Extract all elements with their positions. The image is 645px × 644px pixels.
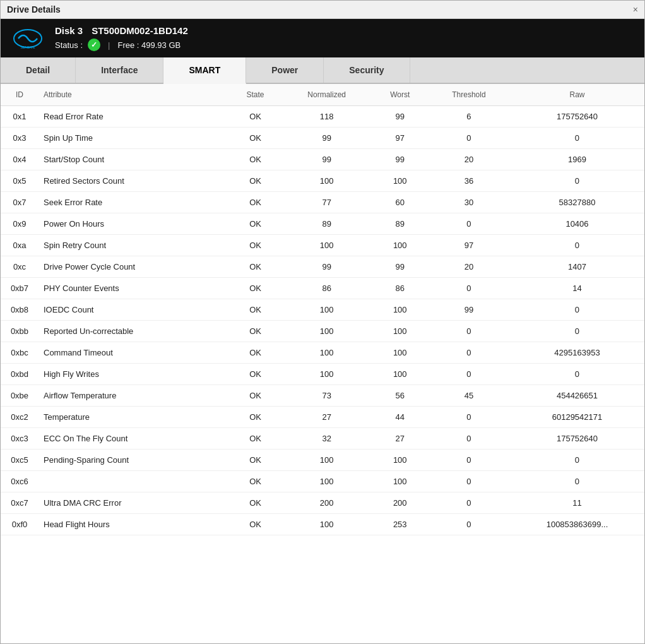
cell-raw: 4295163953 (510, 342, 644, 364)
cell-normalized: 86 (281, 278, 372, 299)
col-state: State (229, 84, 281, 106)
cell-raw: 0 (510, 170, 644, 192)
cell-worst: 89 (372, 213, 428, 235)
cell-worst: 56 (372, 385, 428, 407)
cell-state: OK (229, 321, 281, 342)
cell-normalized: 100 (281, 514, 372, 535)
cell-attribute: Airflow Temperature (38, 385, 229, 407)
cell-threshold: 36 (428, 170, 510, 192)
table-row: 0xa Spin Retry Count OK 100 100 97 0 (1, 235, 644, 256)
cell-normalized: 32 (281, 428, 372, 450)
cell-raw: 14 (510, 278, 644, 299)
cell-id: 0xc2 (1, 407, 38, 428)
cell-attribute: Head Flight Hours (38, 514, 229, 535)
tab-smart[interactable]: SMART (163, 57, 246, 84)
table-row: 0x1 Read Error Rate OK 118 99 6 17575264… (1, 106, 644, 128)
table-row: 0xc Drive Power Cycle Count OK 99 99 20 … (1, 256, 644, 278)
cell-threshold: 20 (428, 149, 510, 170)
cell-attribute: ECC On The Fly Count (38, 428, 229, 450)
cell-attribute: High Fly Writes (38, 364, 229, 385)
cell-raw: 175752640 (510, 106, 644, 128)
cell-raw: 0 (510, 128, 644, 149)
cell-threshold: 0 (428, 128, 510, 149)
cell-threshold: 0 (428, 342, 510, 364)
table-row: 0xc3 ECC On The Fly Count OK 32 27 0 175… (1, 428, 644, 450)
cell-id: 0xc7 (1, 492, 38, 514)
cell-normalized: 200 (281, 492, 372, 514)
cell-id: 0x1 (1, 106, 38, 128)
cell-raw: 1407 (510, 256, 644, 278)
table-row: 0xbe Airflow Temperature OK 73 56 45 454… (1, 385, 644, 407)
table-row: 0x7 Seek Error Rate OK 77 60 30 58327880 (1, 192, 644, 213)
tab-interface[interactable]: Interface (76, 57, 163, 83)
table-row: 0xbb Reported Un-correctable OK 100 100 … (1, 321, 644, 342)
cell-threshold: 0 (428, 278, 510, 299)
table-row: 0xb8 IOEDC Count OK 100 100 99 0 (1, 299, 644, 321)
cell-attribute: Spin Up Time (38, 128, 229, 149)
cell-worst: 99 (372, 106, 428, 128)
cell-worst: 27 (372, 428, 428, 450)
disk-model: ST500DM002-1BD142 (92, 25, 188, 36)
cell-state: OK (229, 128, 281, 149)
cell-worst: 97 (372, 128, 428, 149)
cell-threshold: 45 (428, 385, 510, 407)
cell-id: 0xbc (1, 342, 38, 364)
cell-normalized: 100 (281, 342, 372, 364)
table-row: 0x3 Spin Up Time OK 99 97 0 0 (1, 128, 644, 149)
cell-state: OK (229, 342, 281, 364)
col-id: ID (1, 84, 38, 106)
cell-id: 0xb8 (1, 299, 38, 321)
col-normalized: Normalized (281, 84, 372, 106)
cell-id: 0xbb (1, 321, 38, 342)
cell-attribute: Command Timeout (38, 342, 229, 364)
cell-raw: 100853863699... (510, 514, 644, 535)
cell-attribute: Retired Sectors Count (38, 170, 229, 192)
cell-threshold: 0 (428, 471, 510, 492)
cell-raw: 175752640 (510, 428, 644, 450)
disk-header: SEAGATE Disk 3 ST500DM002-1BD142 Status … (1, 19, 644, 57)
cell-normalized: 27 (281, 407, 372, 428)
cell-worst: 100 (372, 450, 428, 471)
table-row: 0xc5 Pending-Sparing Count OK 100 100 0 … (1, 450, 644, 471)
title-bar: Drive Details × (1, 1, 644, 19)
close-button[interactable]: × (633, 4, 638, 15)
cell-worst: 100 (372, 342, 428, 364)
cell-worst: 100 (372, 235, 428, 256)
cell-state: OK (229, 170, 281, 192)
cell-normalized: 100 (281, 299, 372, 321)
cell-state: OK (229, 213, 281, 235)
cell-id: 0xbe (1, 385, 38, 407)
cell-raw: 0 (510, 364, 644, 385)
cell-id: 0xc (1, 256, 38, 278)
cell-threshold: 0 (428, 213, 510, 235)
cell-attribute: Temperature (38, 407, 229, 428)
table-row: 0xbd High Fly Writes OK 100 100 0 0 (1, 364, 644, 385)
cell-worst: 86 (372, 278, 428, 299)
cell-state: OK (229, 450, 281, 471)
cell-id: 0xf0 (1, 514, 38, 535)
cell-worst: 60 (372, 192, 428, 213)
tab-bar: Detail Interface SMART Power Security (1, 57, 644, 84)
cell-normalized: 73 (281, 385, 372, 407)
cell-id: 0x3 (1, 128, 38, 149)
table-container[interactable]: ID Attribute State Normalized Worst Thre… (1, 84, 644, 643)
tab-detail[interactable]: Detail (1, 57, 76, 83)
cell-state: OK (229, 235, 281, 256)
cell-raw: 454426651 (510, 385, 644, 407)
smart-table: ID Attribute State Normalized Worst Thre… (1, 84, 644, 535)
cell-id: 0x5 (1, 170, 38, 192)
disk-status-row: Status : ✓ | Free : 499.93 GB (55, 39, 188, 51)
table-row: 0xf0 Head Flight Hours OK 100 253 0 1008… (1, 514, 644, 535)
tab-security[interactable]: Security (324, 57, 410, 83)
main-window: Drive Details × SEAGATE Disk 3 ST500DM00… (0, 0, 645, 644)
cell-attribute: PHY Counter Events (38, 278, 229, 299)
tab-power[interactable]: Power (246, 57, 324, 83)
cell-threshold: 0 (428, 492, 510, 514)
cell-attribute: Power On Hours (38, 213, 229, 235)
cell-worst: 100 (372, 299, 428, 321)
cell-worst: 99 (372, 149, 428, 170)
table-row: 0x5 Retired Sectors Count OK 100 100 36 … (1, 170, 644, 192)
cell-threshold: 97 (428, 235, 510, 256)
cell-raw: 1969 (510, 149, 644, 170)
cell-worst: 100 (372, 471, 428, 492)
